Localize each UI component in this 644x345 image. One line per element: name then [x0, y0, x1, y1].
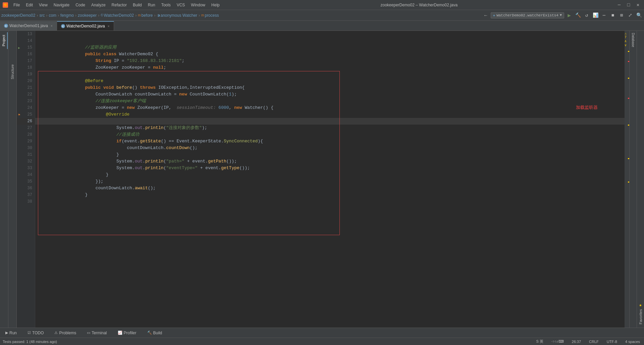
more-actions-button[interactable]: ⋯	[600, 12, 608, 19]
structure-label[interactable]: Structure	[10, 64, 14, 79]
tab-problems[interactable]: ⚠ Problems	[52, 330, 79, 336]
breadcrumb-fengmo[interactable]: fengmo	[60, 13, 74, 18]
breadcrumb-com[interactable]: com	[49, 13, 56, 18]
scrollbar-panel[interactable]: ⚠ 7 ∧ ∨	[625, 31, 629, 328]
code-line-23: zooKeeper = new ZooKeeper(IP, sessionTim…	[35, 98, 625, 105]
status-charset[interactable]: UTF-8	[605, 340, 619, 344]
breadcrumb-anonymous-watcher[interactable]: anonymous Watcher	[161, 13, 198, 18]
status-indent[interactable]: 4 spaces	[624, 340, 641, 344]
menu-item-tools[interactable]: Tools	[159, 2, 173, 8]
code-line-34: });	[35, 171, 625, 178]
maximize-button[interactable]: □	[625, 2, 632, 8]
code-line-37	[35, 192, 625, 198]
expand-button[interactable]: ⤢	[627, 12, 634, 19]
breadcrumb-project[interactable]: zookeeperDemo02	[1, 13, 35, 18]
code-line-22: //连接zookeeper客户端	[35, 91, 625, 98]
scroll-marker-1	[628, 51, 629, 52]
coverage-button[interactable]: 📊	[592, 12, 599, 19]
status-input-method[interactable]: ·↑○♪⌨	[550, 339, 565, 344]
favorites-star-icon: ★	[639, 302, 642, 308]
breadcrumb-class[interactable]: WatcherDemo02	[104, 13, 134, 18]
nav-back-button[interactable]: ←	[482, 12, 489, 19]
search-button[interactable]: 🔍	[635, 12, 643, 19]
layout-button[interactable]: ⊞	[618, 12, 625, 19]
line-37: 37	[17, 192, 35, 198]
code-line-21: CountDownLatch countDownLatch = new Coun…	[35, 84, 625, 91]
code-line-33: }	[35, 165, 625, 171]
line-20: 20	[17, 78, 35, 84]
code-line-24: @Override	[35, 105, 625, 111]
stop-button[interactable]: ■	[609, 12, 616, 19]
close-tab-demo02[interactable]: ×	[108, 24, 110, 28]
tab-terminal[interactable]: ▭ Terminal	[84, 330, 109, 336]
line-38: 38	[17, 198, 35, 205]
app-logo: 🔶	[3, 2, 8, 8]
line-22: 22	[17, 91, 35, 98]
breadcrumb-zookeeper[interactable]: zookeeper	[78, 13, 97, 18]
tab-watcherdemo02[interactable]: C WatcherDemo02.java ×	[57, 21, 114, 30]
line-27: 27	[17, 125, 35, 131]
menu-item-build[interactable]: Build	[130, 2, 145, 8]
method-selector[interactable]: ◈ WatcherDemo02.watcherExists4 ▼	[491, 12, 564, 18]
menu-item-window[interactable]: Window	[188, 2, 208, 8]
breadcrumb-before[interactable]: before	[141, 13, 153, 18]
gutter-run-icon: ▶	[18, 45, 20, 52]
line-34: 34	[17, 171, 35, 178]
scroll-marker-4	[628, 98, 629, 99]
build-button[interactable]: 🔨	[574, 12, 582, 19]
menu-item-help[interactable]: Help	[209, 2, 222, 8]
line-31: 31	[17, 151, 35, 158]
menu-item-vcs[interactable]: VCS	[174, 2, 188, 8]
menu-item-file[interactable]: File	[11, 2, 22, 8]
close-tab-demo01[interactable]: ×	[51, 24, 53, 28]
sidebar-project-tab[interactable]: Project	[0, 32, 8, 49]
code-line-29: countDownLatch.countDown();	[35, 138, 625, 145]
code-line-30: }	[35, 145, 625, 151]
menu-item-view[interactable]: View	[36, 2, 50, 8]
status-test-result: Tests passed: 1 (48 minutes ago)	[3, 340, 57, 344]
status-bar: Tests passed: 1 (48 minutes ago) S 英 ·↑○…	[0, 338, 644, 345]
menu-item-edit[interactable]: Edit	[23, 2, 36, 8]
code-line-18	[35, 64, 625, 71]
line-29: 29	[17, 138, 35, 145]
code-line-26: System.out.println("连接对象的参数");	[35, 118, 625, 125]
line-33: 33	[17, 165, 35, 171]
status-ime[interactable]: S 英	[535, 339, 544, 344]
menu-item-run[interactable]: Run	[145, 2, 158, 8]
menu-item-code[interactable]: Code	[73, 2, 88, 8]
line-32: 32	[17, 158, 35, 165]
minimize-button[interactable]: ─	[616, 2, 623, 8]
run-button[interactable]: ▶	[566, 12, 573, 19]
code-editor[interactable]: 13 14 ▶ 15 16 17 18 19 20 21 22 23 24	[17, 31, 629, 328]
status-line-ending[interactable]: CRLF	[588, 340, 600, 344]
menu-item-navigate[interactable]: Navigate	[51, 2, 72, 8]
tab-icon-demo02: C	[61, 24, 65, 28]
code-scroll[interactable]: 13 14 ▶ 15 16 17 18 19 20 21 22 23 24	[17, 31, 629, 328]
close-button[interactable]: ✕	[635, 2, 641, 8]
scroll-marker-7	[628, 182, 629, 183]
menu-item-analyze[interactable]: Analyze	[89, 2, 108, 8]
database-label[interactable]: Database	[630, 31, 636, 49]
menu-item-refactor[interactable]: Refactor	[109, 2, 129, 8]
code-content[interactable]: //监听器的应用 public class WatcherDemo02 { St…	[35, 31, 625, 205]
tab-watcherdemo01[interactable]: C WatcherDemo01.java ×	[0, 21, 57, 30]
code-line-32: System.out.println("eventType=" + event.…	[35, 158, 625, 165]
breadcrumb-src[interactable]: src	[39, 13, 45, 18]
code-line-28: if(event.getState() == Event.KeeperState…	[35, 131, 625, 138]
favorites-label[interactable]: Favorites	[639, 309, 643, 324]
code-line-15: public class WatcherDemo02 {	[35, 44, 625, 51]
warnings-count: ⚠ 7 ∧ ∨	[625, 31, 629, 47]
reload-button[interactable]: ↺	[583, 12, 590, 19]
line-numbers: 13 14 ▶ 15 16 17 18 19 20 21 22 23 24	[17, 31, 35, 328]
structure-panel: Structure	[8, 31, 17, 328]
breadcrumb: zookeeperDemo02 › src › com › fengmo › z…	[1, 13, 219, 18]
tab-build[interactable]: 🔨 Build	[145, 330, 165, 336]
breadcrumb-process[interactable]: process	[205, 13, 219, 18]
nav-right: ← ◈ WatcherDemo02.watcherExists4 ▼ ▶ 🔨 ↺…	[482, 12, 643, 19]
line-19: 19	[17, 71, 35, 78]
tab-profiler[interactable]: 📈 Profiler	[115, 330, 139, 336]
tab-todo[interactable]: ☑ TODO	[25, 330, 46, 336]
nav-bar: zookeeperDemo02 › src › com › fengmo › z…	[0, 10, 644, 21]
code-line-13	[35, 31, 625, 38]
tab-run[interactable]: ▶ Run	[3, 330, 19, 336]
